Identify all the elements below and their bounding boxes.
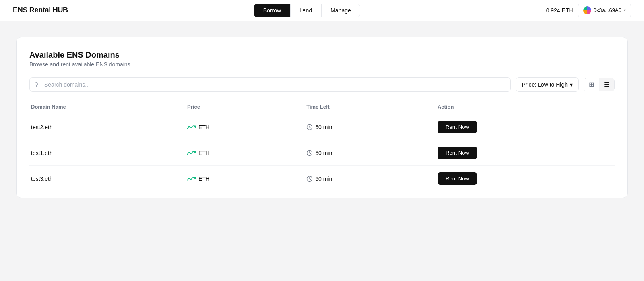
time-left-value: 60 min: [315, 124, 332, 130]
nav-lend-button[interactable]: Lend: [290, 4, 321, 17]
domains-table: Domain Name Price Time Left Action test2…: [29, 100, 615, 191]
table-header: Domain Name Price Time Left Action: [29, 100, 615, 114]
time-left-cell: 60 min: [301, 114, 433, 140]
table-row: test3.eth ETH 60 min Rent Now: [29, 166, 615, 192]
main-nav: Borrow Lend Manage: [254, 4, 360, 17]
header-right: 0.924 ETH 0x3a...69A0 ▾: [546, 4, 631, 17]
view-toggle: ⊞ ☰: [584, 78, 615, 91]
col-price: Price: [182, 100, 301, 114]
col-domain-name: Domain Name: [29, 100, 182, 114]
header: ENS Rental HUB Borrow Lend Manage 0.924 …: [0, 0, 644, 21]
list-icon: ☰: [604, 81, 609, 88]
rent-now-button-0[interactable]: Rent Now: [438, 121, 477, 133]
rent-now-button-2[interactable]: Rent Now: [438, 172, 477, 185]
nav-borrow-button[interactable]: Borrow: [254, 4, 290, 17]
table-row: test2.eth ETH 60 min Rent Now: [29, 114, 615, 140]
price-currency: ETH: [198, 176, 210, 182]
price-cell: ETH: [182, 166, 301, 192]
action-cell: Rent Now: [433, 140, 615, 166]
wallet-button[interactable]: 0x3a...69A0 ▾: [578, 4, 631, 17]
wallet-avatar: [583, 6, 591, 14]
time-left-cell: 60 min: [301, 166, 433, 192]
trend-icon: [187, 124, 196, 130]
sort-label: Price: Low to High: [522, 81, 568, 88]
nav-manage-button[interactable]: Manage: [321, 4, 360, 17]
main-content: Available ENS Domains Browse and rent av…: [0, 21, 644, 214]
app-logo: ENS Rental HUB: [13, 6, 68, 14]
action-cell: Rent Now: [433, 166, 615, 192]
clock-icon: [306, 176, 313, 182]
col-time-left: Time Left: [301, 100, 433, 114]
table-row: test1.eth ETH 60 min Rent Now: [29, 140, 615, 166]
trend-icon: [187, 176, 196, 182]
clock-icon: [306, 124, 313, 130]
card-title: Available ENS Domains: [29, 50, 615, 60]
time-left-cell: 60 min: [301, 140, 433, 166]
table-body: test2.eth ETH 60 min Rent Nowtest1.eth: [29, 114, 615, 192]
domain-name-cell: test2.eth: [29, 114, 182, 140]
trend-icon: [187, 150, 196, 156]
col-action: Action: [433, 100, 615, 114]
time-left-value: 60 min: [315, 150, 332, 156]
price-cell: ETH: [182, 114, 301, 140]
price-cell: ETH: [182, 140, 301, 166]
grid-view-button[interactable]: ⊞: [584, 78, 599, 91]
time-left-value: 60 min: [315, 176, 332, 182]
action-cell: Rent Now: [433, 114, 615, 140]
search-filter-row: ⚲ Price: Low to High ▾ ⊞ ☰: [29, 77, 615, 92]
wallet-address: 0x3a...69A0: [594, 7, 621, 13]
list-view-button[interactable]: ☰: [599, 78, 614, 91]
search-wrapper: ⚲: [29, 77, 511, 92]
rent-now-button-1[interactable]: Rent Now: [438, 147, 477, 159]
sort-button[interactable]: Price: Low to High ▾: [516, 77, 579, 92]
chevron-down-icon: ▾: [624, 8, 626, 12]
domains-card: Available ENS Domains Browse and rent av…: [16, 37, 628, 198]
search-input[interactable]: [29, 77, 511, 92]
sort-chevron-icon: ▾: [570, 81, 573, 88]
grid-icon: ⊞: [589, 81, 594, 88]
clock-icon: [306, 150, 313, 156]
domain-name-cell: test1.eth: [29, 140, 182, 166]
eth-balance: 0.924 ETH: [546, 7, 573, 14]
card-subtitle: Browse and rent available ENS domains: [29, 61, 615, 68]
price-currency: ETH: [198, 124, 210, 130]
price-currency: ETH: [198, 150, 210, 156]
domain-name-cell: test3.eth: [29, 166, 182, 192]
